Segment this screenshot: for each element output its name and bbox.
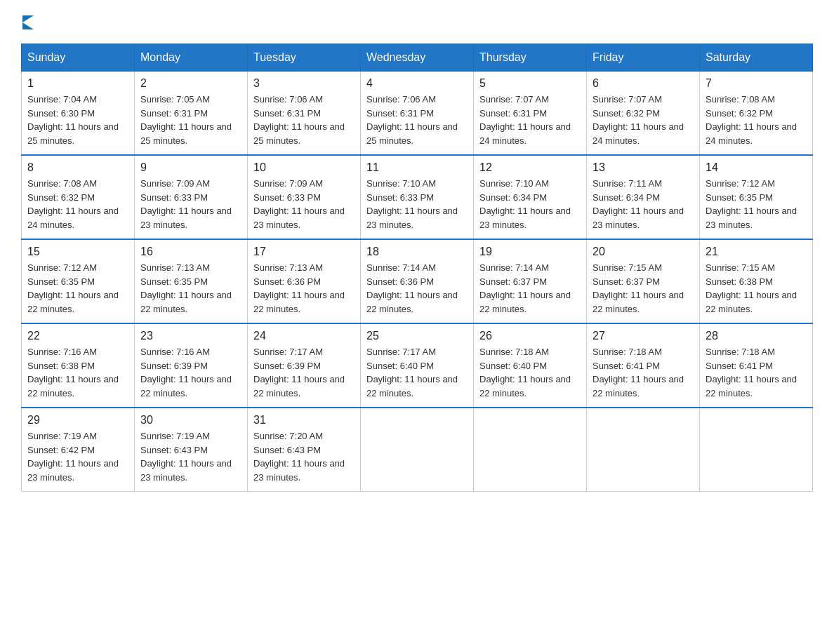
- calendar-week-row: 1Sunrise: 7:04 AMSunset: 6:30 PMDaylight…: [22, 72, 813, 156]
- calendar-cell: [474, 408, 587, 492]
- day-number: 7: [706, 77, 807, 90]
- day-info: Sunrise: 7:04 AMSunset: 6:30 PMDaylight:…: [27, 93, 128, 147]
- calendar-cell: [700, 408, 813, 492]
- calendar-cell: 24Sunrise: 7:17 AMSunset: 6:39 PMDayligh…: [248, 323, 361, 408]
- day-number: 11: [366, 161, 468, 174]
- calendar-cell: 30Sunrise: 7:19 AMSunset: 6:43 PMDayligh…: [135, 408, 248, 492]
- weekday-header-row: SundayMondayTuesdayWednesdayThursdayFrid…: [22, 44, 813, 72]
- weekday-header-tuesday: Tuesday: [248, 44, 361, 72]
- calendar-cell: 4Sunrise: 7:06 AMSunset: 6:31 PMDaylight…: [361, 72, 474, 156]
- day-number: 13: [593, 161, 694, 174]
- day-info: Sunrise: 7:15 AMSunset: 6:37 PMDaylight:…: [593, 261, 694, 316]
- calendar-cell: 7Sunrise: 7:08 AMSunset: 6:32 PMDaylight…: [700, 72, 813, 156]
- day-info: Sunrise: 7:09 AMSunset: 6:33 PMDaylight:…: [253, 177, 355, 232]
- day-info: Sunrise: 7:07 AMSunset: 6:32 PMDaylight:…: [593, 93, 694, 147]
- day-info: Sunrise: 7:19 AMSunset: 6:42 PMDaylight:…: [27, 429, 128, 484]
- calendar-cell: 23Sunrise: 7:16 AMSunset: 6:39 PMDayligh…: [135, 323, 248, 408]
- day-info: Sunrise: 7:20 AMSunset: 6:43 PMDaylight:…: [253, 429, 355, 484]
- day-info: Sunrise: 7:06 AMSunset: 6:31 PMDaylight:…: [253, 93, 355, 147]
- day-info: Sunrise: 7:12 AMSunset: 6:35 PMDaylight:…: [706, 177, 807, 232]
- calendar-cell: 20Sunrise: 7:15 AMSunset: 6:37 PMDayligh…: [587, 239, 700, 323]
- weekday-header-friday: Friday: [587, 44, 700, 72]
- day-number: 15: [27, 246, 128, 258]
- calendar-cell: 6Sunrise: 7:07 AMSunset: 6:32 PMDaylight…: [587, 72, 700, 156]
- calendar-week-row: 29Sunrise: 7:19 AMSunset: 6:42 PMDayligh…: [22, 408, 813, 492]
- calendar-cell: 3Sunrise: 7:06 AMSunset: 6:31 PMDaylight…: [248, 72, 361, 156]
- calendar-cell: 12Sunrise: 7:10 AMSunset: 6:34 PMDayligh…: [474, 155, 587, 239]
- calendar-cell: 2Sunrise: 7:05 AMSunset: 6:31 PMDaylight…: [135, 72, 248, 156]
- calendar-cell: 15Sunrise: 7:12 AMSunset: 6:35 PMDayligh…: [22, 239, 135, 323]
- day-info: Sunrise: 7:17 AMSunset: 6:40 PMDaylight:…: [366, 345, 468, 400]
- day-number: 26: [479, 330, 581, 342]
- day-info: Sunrise: 7:13 AMSunset: 6:36 PMDaylight:…: [253, 261, 355, 316]
- day-number: 29: [27, 414, 128, 427]
- day-info: Sunrise: 7:10 AMSunset: 6:34 PMDaylight:…: [479, 177, 581, 232]
- day-number: 31: [253, 414, 355, 427]
- calendar-cell: 10Sunrise: 7:09 AMSunset: 6:33 PMDayligh…: [248, 155, 361, 239]
- calendar-cell: 27Sunrise: 7:18 AMSunset: 6:41 PMDayligh…: [587, 323, 700, 408]
- day-number: 24: [253, 330, 355, 342]
- calendar-cell: 11Sunrise: 7:10 AMSunset: 6:33 PMDayligh…: [361, 155, 474, 239]
- day-info: Sunrise: 7:18 AMSunset: 6:41 PMDaylight:…: [706, 345, 807, 400]
- calendar-cell: 19Sunrise: 7:14 AMSunset: 6:37 PMDayligh…: [474, 239, 587, 323]
- calendar-cell: 26Sunrise: 7:18 AMSunset: 6:40 PMDayligh…: [474, 323, 587, 408]
- weekday-header-monday: Monday: [135, 44, 248, 72]
- weekday-header-wednesday: Wednesday: [361, 44, 474, 72]
- day-info: Sunrise: 7:11 AMSunset: 6:34 PMDaylight:…: [593, 177, 694, 232]
- day-info: Sunrise: 7:06 AMSunset: 6:31 PMDaylight:…: [366, 93, 468, 147]
- day-info: Sunrise: 7:08 AMSunset: 6:32 PMDaylight:…: [27, 177, 128, 232]
- weekday-header-thursday: Thursday: [474, 44, 587, 72]
- day-info: Sunrise: 7:16 AMSunset: 6:38 PMDaylight:…: [27, 345, 128, 400]
- calendar-week-row: 15Sunrise: 7:12 AMSunset: 6:35 PMDayligh…: [22, 239, 813, 323]
- calendar-week-row: 8Sunrise: 7:08 AMSunset: 6:32 PMDaylight…: [22, 155, 813, 239]
- day-number: 12: [479, 161, 581, 174]
- day-number: 10: [253, 161, 355, 174]
- weekday-header-saturday: Saturday: [700, 44, 813, 72]
- calendar-cell: 22Sunrise: 7:16 AMSunset: 6:38 PMDayligh…: [22, 323, 135, 408]
- day-number: 5: [479, 77, 581, 90]
- day-number: 14: [706, 161, 807, 174]
- day-number: 20: [593, 246, 694, 258]
- weekday-header-sunday: Sunday: [22, 44, 135, 72]
- calendar-table: SundayMondayTuesdayWednesdayThursdayFrid…: [21, 43, 813, 492]
- day-info: Sunrise: 7:19 AMSunset: 6:43 PMDaylight:…: [140, 429, 241, 484]
- calendar-cell: 16Sunrise: 7:13 AMSunset: 6:35 PMDayligh…: [135, 239, 248, 323]
- day-number: 9: [140, 161, 241, 174]
- day-number: 23: [140, 330, 241, 342]
- day-number: 3: [253, 77, 355, 90]
- calendar-cell: [587, 408, 700, 492]
- day-number: 17: [253, 246, 355, 258]
- page-header: [21, 14, 813, 29]
- day-number: 16: [140, 246, 241, 258]
- day-info: Sunrise: 7:05 AMSunset: 6:31 PMDaylight:…: [140, 93, 241, 147]
- calendar-cell: 18Sunrise: 7:14 AMSunset: 6:36 PMDayligh…: [361, 239, 474, 323]
- calendar-cell: 28Sunrise: 7:18 AMSunset: 6:41 PMDayligh…: [700, 323, 813, 408]
- day-number: 1: [27, 77, 128, 90]
- day-number: 21: [706, 246, 807, 258]
- day-info: Sunrise: 7:18 AMSunset: 6:40 PMDaylight:…: [479, 345, 581, 400]
- calendar-cell: 1Sunrise: 7:04 AMSunset: 6:30 PMDaylight…: [22, 72, 135, 156]
- calendar-cell: 17Sunrise: 7:13 AMSunset: 6:36 PMDayligh…: [248, 239, 361, 323]
- day-info: Sunrise: 7:08 AMSunset: 6:32 PMDaylight:…: [706, 93, 807, 147]
- calendar-cell: 29Sunrise: 7:19 AMSunset: 6:42 PMDayligh…: [22, 408, 135, 492]
- day-number: 2: [140, 77, 241, 90]
- calendar-cell: 13Sunrise: 7:11 AMSunset: 6:34 PMDayligh…: [587, 155, 700, 239]
- calendar-cell: 9Sunrise: 7:09 AMSunset: 6:33 PMDaylight…: [135, 155, 248, 239]
- calendar-cell: 8Sunrise: 7:08 AMSunset: 6:32 PMDaylight…: [22, 155, 135, 239]
- calendar-cell: 5Sunrise: 7:07 AMSunset: 6:31 PMDaylight…: [474, 72, 587, 156]
- day-number: 6: [593, 77, 694, 90]
- day-number: 22: [27, 330, 128, 342]
- day-number: 30: [140, 414, 241, 427]
- day-number: 18: [366, 246, 468, 258]
- calendar-cell: 25Sunrise: 7:17 AMSunset: 6:40 PMDayligh…: [361, 323, 474, 408]
- day-info: Sunrise: 7:16 AMSunset: 6:39 PMDaylight:…: [140, 345, 241, 400]
- calendar-week-row: 22Sunrise: 7:16 AMSunset: 6:38 PMDayligh…: [22, 323, 813, 408]
- day-info: Sunrise: 7:09 AMSunset: 6:33 PMDaylight:…: [140, 177, 241, 232]
- day-number: 4: [366, 77, 468, 90]
- calendar-cell: 21Sunrise: 7:15 AMSunset: 6:38 PMDayligh…: [700, 239, 813, 323]
- day-info: Sunrise: 7:13 AMSunset: 6:35 PMDaylight:…: [140, 261, 241, 316]
- day-info: Sunrise: 7:14 AMSunset: 6:37 PMDaylight:…: [479, 261, 581, 316]
- logo: [21, 14, 34, 29]
- day-number: 27: [593, 330, 694, 342]
- day-info: Sunrise: 7:15 AMSunset: 6:38 PMDaylight:…: [706, 261, 807, 316]
